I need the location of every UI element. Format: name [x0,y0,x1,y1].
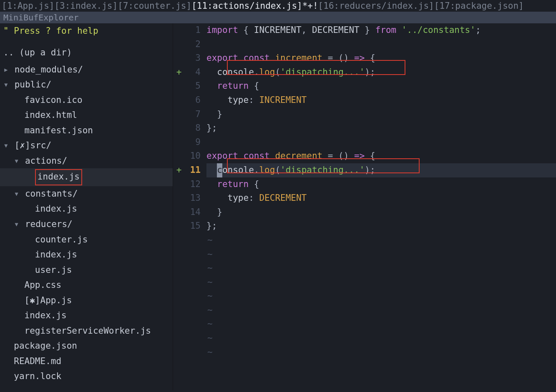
minibuf-explorer-label: MiniBufExplorer [0,12,556,23]
code-line[interactable]: } [206,205,556,220]
code-line[interactable] [206,135,556,150]
tree-item[interactable]: ▾ public/ [0,77,173,92]
buffer-tab[interactable]: [3:index.js] [54,1,118,11]
code-line[interactable]: export const decrement = () => { [206,149,556,163]
file-tree[interactable]: .. (up a dir)▸ node_modules/▾ public/ fa… [0,37,173,384]
tree-item[interactable]: counter.js [0,232,173,247]
code-line[interactable]: export const increment = () => { [206,51,556,65]
code-editor[interactable]: ++ 123456789101112131415 import { INCREM… [173,23,556,390]
tree-item[interactable]: ▾ reducers/ [0,217,173,232]
tree-item[interactable]: index.js [0,308,173,323]
code-line[interactable]: }; [206,121,556,135]
buffer-tab[interactable]: [17:package.json] [434,1,524,11]
code-line[interactable] [206,37,556,52]
code-line[interactable]: return { [206,177,556,192]
tree-item[interactable]: index.js [0,201,173,217]
tree-item[interactable]: yarn.lock [0,369,173,384]
tree-item[interactable]: package.json [0,338,173,354]
tree-item[interactable]: favicon.ico [0,92,173,108]
tree-item[interactable]: user.js [0,262,173,278]
tree-item[interactable]: ▾ constants/ [0,186,173,202]
code-line[interactable]: } [206,107,556,122]
code-line[interactable]: console.log('dispatching...'); [206,163,556,177]
code-line[interactable]: type: DECREMENT [206,191,556,205]
tree-item[interactable]: README.md [0,354,173,369]
tree-item[interactable]: manifest.json [0,123,173,138]
buffer-tab[interactable]: [1:App.js] [2,1,54,11]
code-line[interactable]: }; [206,219,556,233]
code-line[interactable]: type: INCREMENT [206,93,556,107]
tree-item[interactable]: App.css [0,277,173,293]
tree-item[interactable]: index.js [0,247,173,262]
tree-item[interactable]: registerServiceWorker.js [0,323,173,339]
code-line[interactable]: return { [206,79,556,93]
tree-item[interactable]: ▸ node_modules/ [0,62,173,77]
buffer-tab[interactable]: [16:reducers/index.js] [318,1,434,11]
code-line[interactable]: import { INCREMENT, DECREMENT } from '..… [206,23,556,37]
buffer-tab[interactable]: [7:counter.js] [118,1,191,11]
tree-item[interactable]: index.html [0,107,173,123]
code-line[interactable]: console.log('dispatching...'); [206,65,556,80]
tree-item[interactable]: index.js [0,168,173,186]
diff-gutter: ++ [173,23,185,390]
line-number-gutter: 123456789101112131415 [185,23,201,390]
tree-item[interactable]: [✱]App.js [0,293,173,308]
tree-item[interactable]: .. (up a dir) [0,45,173,60]
help-hint: " Press ? for help [0,25,173,37]
file-tree-panel: " Press ? for help .. (up a dir)▸ node_m… [0,23,173,390]
buffer-tab[interactable]: [11:actions/index.js]*+! [191,1,318,11]
tree-item[interactable]: ▾ actions/ [0,153,173,169]
tree-item[interactable]: ▾ [✗]src/ [0,138,173,153]
buffer-tabs[interactable]: [1:App.js][3:index.js][7:counter.js][11:… [0,0,556,12]
main-split: " Press ? for help .. (up a dir)▸ node_m… [0,23,556,390]
code-area[interactable]: import { INCREMENT, DECREMENT } from '..… [201,23,556,390]
